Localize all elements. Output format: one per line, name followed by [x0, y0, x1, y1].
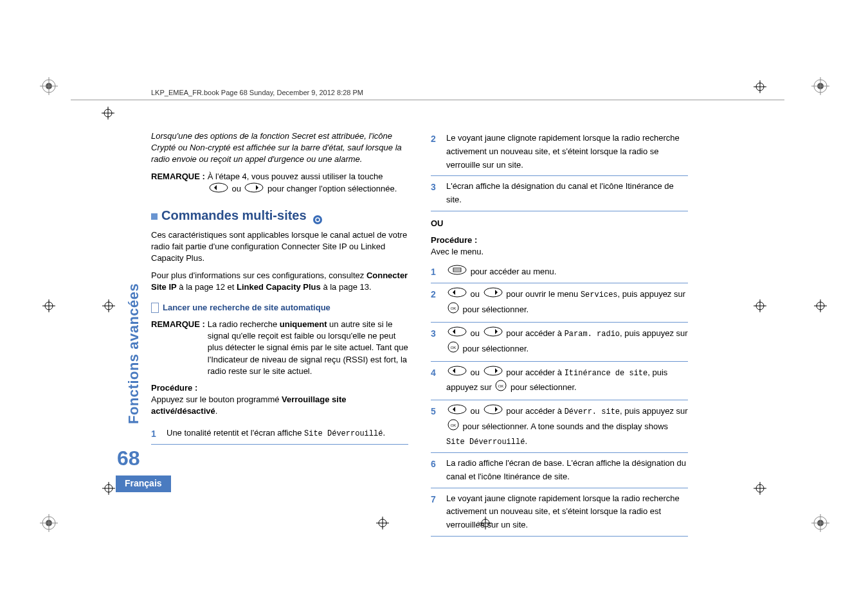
text: à la page 13.	[321, 282, 372, 292]
sidebar-section-label: Fonctions avancées	[125, 283, 142, 424]
crosshair-icon	[814, 299, 827, 312]
paragraph: Ces caractéristiques sont applicables lo…	[151, 229, 408, 265]
crosshair-icon	[42, 299, 55, 312]
procedure-intro: Avec le menu.	[431, 246, 688, 258]
svg-point-66	[448, 405, 466, 414]
step-3: L'écran affiche la désignation du canal …	[431, 176, 688, 211]
text: pour accéder à	[504, 406, 565, 416]
ok-button-icon: OK	[448, 341, 459, 357]
right-arrow-button-icon	[484, 404, 503, 419]
ok-button-icon: OK	[495, 380, 507, 396]
ok-button-icon: OK	[448, 302, 459, 318]
svg-point-62	[448, 366, 466, 375]
text: à la page 12 et	[177, 282, 237, 292]
text: Pour plus d'informations sur ces configu…	[151, 271, 366, 280]
menu-steps: pour accéder au menu. ou pour ouvrir le …	[431, 261, 688, 537]
left-arrow-button-icon	[448, 287, 467, 302]
remarque-block: REMARQUE : À l'étape 4, vous pouvez auss…	[151, 171, 408, 196]
reg-mark-icon	[811, 77, 829, 95]
ok-button-icon: OK	[448, 419, 459, 435]
crosshair-icon	[102, 299, 115, 312]
text: pour changer l'option sélectionnée.	[267, 184, 397, 193]
svg-point-48	[313, 215, 322, 224]
text: À l'étape 4, vous pouvez aussi utiliser …	[208, 172, 383, 181]
or-label: OU	[431, 218, 688, 229]
steps-list-continued: Le voyant jaune clignote rapidement lors…	[431, 128, 688, 211]
reg-mark-icon	[40, 77, 58, 95]
text: pour sélectionner.	[460, 344, 529, 353]
display-text: Site Déverrouillé	[304, 429, 383, 438]
menu-step-5: ou pour accéder à Déverr. site, puis app…	[431, 400, 688, 453]
menu-name: Services	[581, 290, 618, 299]
text: pour sélectionner. A tone sounds and the…	[460, 422, 668, 431]
emphasis: uniquement	[280, 319, 327, 329]
page-number: 68	[117, 447, 140, 470]
crosshair-icon	[102, 107, 114, 120]
left-arrow-button-icon	[448, 366, 467, 380]
text: ou	[468, 328, 482, 338]
menu-step-6: La radio affiche l'écran de base. L'écra…	[431, 453, 688, 488]
crosshair-icon	[754, 299, 766, 312]
menu-name: Itinérance de site	[565, 368, 648, 377]
bullet-square-icon	[151, 213, 158, 220]
remarque-label: REMARQUE :	[151, 319, 205, 377]
display-text: Site Déverrouillé	[446, 438, 525, 447]
right-arrow-button-icon	[484, 287, 503, 302]
svg-rect-51	[453, 268, 461, 272]
procedure-label: Procédure :	[151, 383, 197, 393]
crosshair-icon	[754, 482, 766, 495]
header-rule	[71, 100, 784, 100]
svg-text:OK: OK	[451, 306, 457, 310]
text: .	[383, 428, 385, 438]
text: .	[525, 436, 527, 446]
language-tab: Français	[116, 475, 171, 492]
right-arrow-button-icon	[484, 326, 503, 341]
text: , puis appuyez sur	[620, 406, 688, 416]
right-arrow-button-icon	[244, 182, 264, 196]
svg-point-58	[448, 327, 466, 336]
reg-mark-icon	[40, 514, 58, 532]
right-column: Le voyant jaune clignote rapidement lors…	[431, 125, 688, 537]
svg-text:OK: OK	[451, 346, 457, 350]
remarque-block: REMARQUE : La radio recherche uniquement…	[151, 319, 408, 377]
menu-button-icon	[448, 265, 467, 280]
procedure-label: Procédure :	[431, 235, 688, 246]
text: La radio recherche	[208, 319, 280, 329]
right-arrow-button-icon	[484, 366, 503, 380]
text: pour accéder à	[504, 328, 565, 338]
menu-step-4: ou pour accéder à Itinérance de site, pu…	[431, 362, 688, 401]
paragraph: Pour plus d'informations sur ces configu…	[151, 270, 408, 293]
crosshair-icon	[376, 517, 389, 529]
document-icon	[151, 303, 159, 313]
link-ref: Linked Capacity Plus	[237, 282, 321, 292]
text: pour sélectionner.	[508, 382, 576, 392]
reg-mark-icon	[811, 514, 829, 532]
text: Appuyez sur le bouton programmé	[151, 395, 282, 404]
svg-point-50	[448, 265, 466, 274]
svg-point-54	[448, 288, 466, 297]
crosshair-icon	[754, 80, 766, 93]
left-arrow-button-icon	[448, 404, 467, 419]
text: ou	[468, 367, 482, 377]
left-column: Lorsqu'une des options de la fonction Se…	[151, 125, 408, 445]
section-heading: Commandes multi-sites	[151, 206, 408, 224]
text: pour accéder au menu.	[471, 266, 557, 276]
text: , puis appuyez sur	[618, 289, 686, 299]
svg-point-67	[484, 405, 502, 414]
svg-text:OK: OK	[498, 384, 504, 388]
text: pour ouvrir le menu	[504, 289, 581, 299]
crosshair-icon	[102, 482, 115, 495]
menu-step-2: ou pour ouvrir le menu Services, puis ap…	[431, 283, 688, 323]
subsection-heading: Lancer une recherche de site automatique	[151, 302, 408, 314]
menu-step-1: pour accéder au menu.	[431, 261, 688, 284]
svg-point-63	[484, 366, 502, 375]
svg-point-59	[484, 327, 502, 336]
menu-step-7: Le voyant jaune clignote rapidement lors…	[431, 488, 688, 537]
remarque-body: La radio recherche uniquement un autre s…	[208, 319, 408, 377]
remarque-label: REMARQUE :	[151, 171, 205, 196]
text: ou	[468, 406, 482, 416]
step-1: Une tonalité retentit et l'écran affiche…	[151, 423, 408, 445]
procedure-block: Procédure : Appuyez sur le bouton progra…	[151, 382, 408, 418]
text: pour sélectionner.	[460, 305, 529, 314]
subsection-text: Lancer une recherche de site automatique	[163, 303, 330, 312]
